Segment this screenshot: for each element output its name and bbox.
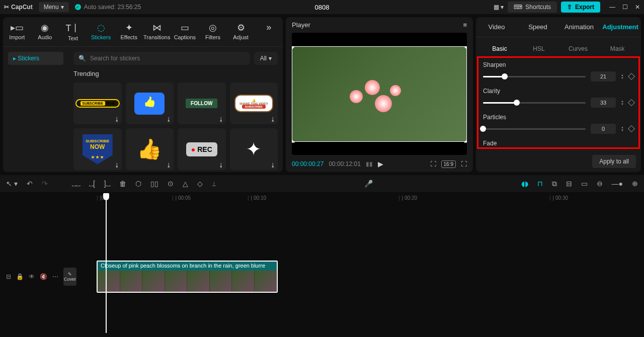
playhead[interactable] bbox=[106, 193, 107, 333]
slider-sharpen[interactable] bbox=[483, 76, 586, 77]
layout-icon[interactable]: ▦ ▾ bbox=[494, 4, 504, 11]
link-icon[interactable]: ⧉ bbox=[552, 180, 557, 188]
subtab-curves[interactable]: Curves bbox=[558, 41, 598, 56]
stepper-clarity[interactable]: ▲▼ bbox=[621, 100, 624, 106]
sticker-item[interactable]: 🔔SHARE THIS VIDEOSUBSCRIBE⭳ bbox=[230, 82, 278, 124]
mark-icon[interactable]: ⬡ bbox=[135, 180, 141, 188]
category-text[interactable]: T丨Text bbox=[59, 19, 87, 44]
keyframe-sharpen[interactable] bbox=[628, 73, 635, 80]
lock-icon[interactable]: 🔒 bbox=[16, 273, 24, 280]
compare-icon[interactable]: ▮▮ bbox=[366, 160, 373, 167]
ratio-button[interactable]: 16:9 bbox=[441, 160, 456, 168]
sticker-item[interactable]: ⭳ bbox=[126, 82, 174, 124]
category-import[interactable]: ▸▭Import bbox=[3, 19, 31, 44]
download-icon[interactable]: ⭳ bbox=[218, 116, 224, 122]
player-viewport[interactable]: ◤ ◥ ◣ ◢ bbox=[292, 33, 467, 155]
collapse-icon[interactable]: ⊟ bbox=[6, 273, 11, 280]
download-icon[interactable]: ⭳ bbox=[270, 116, 276, 122]
category-effects[interactable]: ✦Effects bbox=[115, 19, 143, 44]
speed-icon[interactable]: ⊙ bbox=[168, 180, 174, 188]
menu-button[interactable]: Menu ▾ bbox=[39, 2, 69, 12]
timeline-ruler[interactable]: |00 | 00:05 | 00:10 | 00:20 | 00:30 bbox=[76, 195, 638, 205]
crop-icon[interactable]: ⛶ bbox=[430, 160, 436, 167]
group-icon[interactable]: ▯▯ bbox=[150, 180, 158, 188]
zoom-slider[interactable]: —● bbox=[612, 180, 623, 188]
subtab-mask[interactable]: Mask bbox=[598, 41, 637, 56]
video-clip[interactable]: Closeup of pink peach blossoms on branch… bbox=[97, 261, 278, 293]
snap-icon[interactable]: ◖◗ bbox=[521, 180, 528, 188]
close-icon[interactable]: ✕ bbox=[635, 4, 640, 11]
zoom-out-icon[interactable]: ⊖ bbox=[597, 180, 603, 188]
tab-speed[interactable]: Speed bbox=[517, 17, 558, 37]
fullscreen-icon[interactable]: ⛶ bbox=[461, 160, 467, 167]
category-more[interactable]: » bbox=[255, 19, 283, 44]
category-filters[interactable]: ◎Filters bbox=[199, 19, 227, 44]
tab-adjustment[interactable]: Adjustment bbox=[600, 17, 641, 37]
download-icon[interactable]: ⭳ bbox=[218, 162, 224, 168]
play-icon[interactable]: ▶ bbox=[378, 160, 383, 168]
undo-icon[interactable]: ↶ bbox=[27, 180, 33, 188]
shortcuts-button[interactable]: ⌨ Shortcuts bbox=[508, 2, 557, 13]
zoom-in-icon[interactable]: ⊕ bbox=[632, 180, 638, 188]
slider-particles[interactable] bbox=[483, 128, 586, 130]
mirror-icon[interactable]: △ bbox=[183, 180, 188, 188]
stepper-sharpen[interactable]: ▲▼ bbox=[621, 73, 624, 79]
timeline-toolbar: ↖ ▾ ↶ ↷ ⎵⎵ ⎵[ ]⎵ 🗑 ⬡ ▯▯ ⊙ △ ◇ ⟂ 🎤 ◖◗ ⊓ ⧉… bbox=[0, 175, 644, 192]
minimize-icon[interactable]: — bbox=[609, 4, 615, 11]
sticker-item[interactable]: FOLLOW⭳ bbox=[178, 82, 226, 124]
tab-animation[interactable]: Animation bbox=[558, 17, 600, 37]
rotate-icon[interactable]: ◇ bbox=[197, 180, 203, 188]
download-icon[interactable]: ⭳ bbox=[114, 116, 120, 122]
mute-icon[interactable]: 🔇 bbox=[40, 273, 47, 280]
category-audio[interactable]: ◉Audio bbox=[31, 19, 59, 44]
slider-clarity[interactable] bbox=[483, 102, 586, 104]
category-stickers[interactable]: ◌Stickers bbox=[87, 19, 115, 44]
apply-all-button[interactable]: Apply to all bbox=[592, 155, 636, 168]
titlebar: ✂ CapCut Menu ▾ ✓ Auto saved: 23:56:25 0… bbox=[0, 0, 644, 14]
subtab-hsl[interactable]: HSL bbox=[519, 41, 558, 56]
tab-video[interactable]: Video bbox=[476, 17, 517, 37]
sidebar-item-stickers[interactable]: ▸ Stickers bbox=[8, 52, 63, 65]
filter-all-button[interactable]: All ▾ bbox=[254, 52, 278, 65]
download-icon[interactable]: ⭳ bbox=[114, 162, 120, 168]
search-input-wrapper[interactable]: 🔍 bbox=[73, 52, 250, 65]
player-title: Player bbox=[292, 21, 310, 29]
maximize-icon[interactable]: ☐ bbox=[622, 4, 628, 11]
mic-icon[interactable]: 🎤 bbox=[364, 180, 373, 188]
search-input[interactable] bbox=[90, 55, 245, 62]
value-particles[interactable]: 0 bbox=[591, 124, 616, 134]
more-icon[interactable]: ⋯ bbox=[52, 273, 58, 280]
export-button[interactable]: ⇧ Export bbox=[561, 2, 600, 13]
align-icon[interactable]: ⊟ bbox=[566, 180, 572, 188]
sticker-item[interactable]: 👍⭳ bbox=[126, 128, 174, 170]
value-clarity[interactable]: 33 bbox=[591, 98, 616, 108]
category-transitions[interactable]: ⋈Transitions bbox=[143, 19, 171, 44]
split-left-icon[interactable]: ⎵[ bbox=[89, 180, 95, 188]
delete-icon[interactable]: 🗑 bbox=[119, 180, 126, 188]
crop-tool-icon[interactable]: ⟂ bbox=[212, 180, 216, 188]
value-sharpen[interactable]: 21 bbox=[591, 71, 616, 81]
magnet-icon[interactable]: ⊓ bbox=[537, 180, 543, 188]
select-tool-icon[interactable]: ↖ ▾ bbox=[6, 180, 18, 188]
sticker-item[interactable]: ✦⭳ bbox=[230, 128, 278, 170]
split-right-icon[interactable]: ]⎵ bbox=[104, 180, 110, 188]
player-menu-icon[interactable]: ≡ bbox=[463, 21, 467, 29]
preview-icon[interactable]: ▭ bbox=[581, 180, 588, 188]
category-adjust[interactable]: ⚙Adjust bbox=[227, 19, 255, 44]
redo-icon[interactable]: ↷ bbox=[42, 180, 48, 188]
current-time: 00:00:00:27 bbox=[292, 160, 324, 167]
download-icon[interactable]: ⭳ bbox=[270, 162, 276, 168]
download-icon[interactable]: ⭳ bbox=[166, 162, 172, 168]
keyframe-particles[interactable] bbox=[628, 125, 635, 132]
category-captions[interactable]: ▭Captions bbox=[171, 19, 199, 44]
download-icon[interactable]: ⭳ bbox=[166, 116, 172, 122]
split-icon[interactable]: ⎵⎵ bbox=[72, 180, 80, 188]
sticker-item[interactable]: SUBSCRIBE NOW⭳ bbox=[73, 82, 122, 124]
eye-icon[interactable]: 👁 bbox=[29, 273, 35, 280]
cover-button[interactable]: ✎Cover bbox=[63, 268, 76, 286]
stepper-particles[interactable]: ▲▼ bbox=[621, 126, 624, 132]
keyframe-clarity[interactable] bbox=[628, 99, 635, 106]
sticker-item[interactable]: REC⭳ bbox=[178, 128, 226, 170]
subtab-basic[interactable]: Basic bbox=[480, 41, 519, 56]
sticker-item[interactable]: SUBSCRIBENOW★ ★ ★⭳ bbox=[73, 128, 122, 170]
